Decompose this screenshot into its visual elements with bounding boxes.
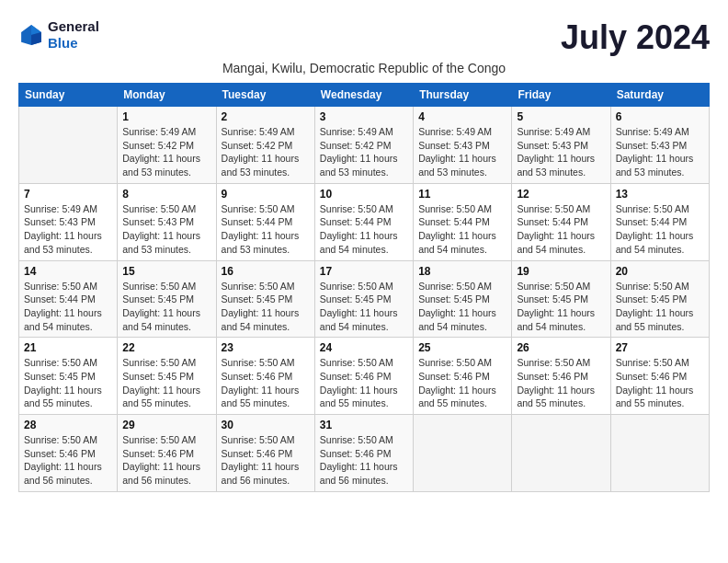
calendar-cell: 26Sunrise: 5:50 AMSunset: 5:46 PMDayligh…: [512, 338, 610, 415]
calendar-cell: 4Sunrise: 5:49 AMSunset: 5:43 PMDaylight…: [414, 107, 512, 184]
day-number: 30: [222, 419, 310, 431]
col-thursday: Thursday: [414, 84, 512, 107]
day-number: 26: [517, 341, 605, 354]
calendar-cell: 14Sunrise: 5:50 AMSunset: 5:44 PMDayligh…: [19, 260, 118, 338]
day-number: 31: [320, 419, 408, 431]
col-tuesday: Tuesday: [216, 84, 314, 107]
calendar-cell: 8Sunrise: 5:50 AMSunset: 5:43 PMDaylight…: [118, 183, 216, 260]
calendar-cell: 25Sunrise: 5:50 AMSunset: 5:46 PMDayligh…: [414, 338, 512, 415]
day-number: 20: [616, 265, 704, 278]
calendar-week-4: 21Sunrise: 5:50 AMSunset: 5:45 PMDayligh…: [19, 338, 710, 415]
calendar-week-2: 7Sunrise: 5:49 AMSunset: 5:43 PMDaylight…: [19, 183, 710, 260]
calendar-cell: 29Sunrise: 5:50 AMSunset: 5:46 PMDayligh…: [118, 415, 216, 492]
day-number: 5: [517, 110, 605, 123]
day-number: 9: [222, 188, 310, 201]
day-number: 1: [122, 110, 210, 123]
day-info: Sunrise: 5:50 AMSunset: 5:45 PMDaylight:…: [320, 280, 408, 334]
day-info: Sunrise: 5:49 AMSunset: 5:43 PMDaylight:…: [418, 125, 506, 179]
day-info: Sunrise: 5:49 AMSunset: 5:42 PMDaylight:…: [222, 125, 310, 179]
calendar-table: Sunday Monday Tuesday Wednesday Thursday…: [18, 83, 710, 492]
calendar-cell: [610, 415, 709, 492]
day-number: 7: [24, 188, 112, 201]
day-info: Sunrise: 5:49 AMSunset: 5:43 PMDaylight:…: [517, 125, 605, 179]
day-info: Sunrise: 5:50 AMSunset: 5:43 PMDaylight:…: [122, 202, 210, 257]
day-info: Sunrise: 5:50 AMSunset: 5:46 PMDaylight:…: [320, 433, 408, 488]
day-number: 10: [320, 188, 408, 201]
calendar-cell: 23Sunrise: 5:50 AMSunset: 5:46 PMDayligh…: [216, 338, 314, 415]
calendar-cell: 21Sunrise: 5:50 AMSunset: 5:45 PMDayligh…: [19, 338, 118, 415]
day-number: 21: [24, 341, 112, 354]
day-info: Sunrise: 5:50 AMSunset: 5:45 PMDaylight:…: [222, 280, 310, 334]
calendar-cell: 1Sunrise: 5:49 AMSunset: 5:42 PMDaylight…: [118, 107, 216, 184]
col-wednesday: Wednesday: [314, 84, 413, 107]
day-number: 11: [418, 188, 506, 201]
day-number: 19: [517, 265, 605, 278]
calendar-cell: 24Sunrise: 5:50 AMSunset: 5:46 PMDayligh…: [314, 338, 413, 415]
day-number: 8: [122, 188, 210, 201]
day-info: Sunrise: 5:49 AMSunset: 5:42 PMDaylight:…: [320, 125, 408, 179]
calendar-cell: 15Sunrise: 5:50 AMSunset: 5:45 PMDayligh…: [118, 260, 216, 338]
day-number: 29: [122, 419, 210, 431]
day-number: 28: [24, 419, 112, 431]
day-info: Sunrise: 5:50 AMSunset: 5:45 PMDaylight:…: [24, 356, 112, 410]
day-number: 14: [24, 265, 112, 278]
day-number: 2: [222, 110, 310, 123]
calendar-cell: 27Sunrise: 5:50 AMSunset: 5:46 PMDayligh…: [610, 338, 709, 415]
col-monday: Monday: [118, 84, 216, 107]
calendar-week-1: 1Sunrise: 5:49 AMSunset: 5:42 PMDaylight…: [19, 107, 710, 184]
day-info: Sunrise: 5:50 AMSunset: 5:46 PMDaylight:…: [222, 433, 310, 488]
day-info: Sunrise: 5:50 AMSunset: 5:45 PMDaylight:…: [418, 280, 506, 334]
calendar-cell: [19, 107, 118, 184]
calendar-header-row: Sunday Monday Tuesday Wednesday Thursday…: [19, 84, 710, 107]
day-number: 25: [418, 341, 506, 354]
calendar-cell: 9Sunrise: 5:50 AMSunset: 5:44 PMDaylight…: [216, 183, 314, 260]
calendar-cell: 31Sunrise: 5:50 AMSunset: 5:46 PMDayligh…: [314, 415, 413, 492]
day-info: Sunrise: 5:50 AMSunset: 5:44 PMDaylight:…: [222, 202, 310, 257]
calendar-cell: 30Sunrise: 5:50 AMSunset: 5:46 PMDayligh…: [216, 415, 314, 492]
calendar-cell: 22Sunrise: 5:50 AMSunset: 5:45 PMDayligh…: [118, 338, 216, 415]
day-number: 12: [517, 188, 605, 201]
day-info: Sunrise: 5:50 AMSunset: 5:45 PMDaylight:…: [122, 280, 210, 334]
day-info: Sunrise: 5:49 AMSunset: 5:43 PMDaylight:…: [616, 125, 704, 179]
header: General Blue July 2024: [18, 18, 710, 57]
calendar-cell: 12Sunrise: 5:50 AMSunset: 5:44 PMDayligh…: [512, 183, 610, 260]
calendar-cell: 19Sunrise: 5:50 AMSunset: 5:45 PMDayligh…: [512, 260, 610, 338]
day-info: Sunrise: 5:50 AMSunset: 5:44 PMDaylight:…: [418, 202, 506, 257]
day-info: Sunrise: 5:50 AMSunset: 5:44 PMDaylight:…: [320, 202, 408, 257]
calendar-cell: [414, 415, 512, 492]
calendar-cell: 20Sunrise: 5:50 AMSunset: 5:45 PMDayligh…: [610, 260, 709, 338]
day-info: Sunrise: 5:50 AMSunset: 5:44 PMDaylight:…: [517, 202, 605, 257]
day-number: 22: [122, 341, 210, 354]
day-info: Sunrise: 5:50 AMSunset: 5:46 PMDaylight:…: [418, 356, 506, 410]
calendar-cell: 28Sunrise: 5:50 AMSunset: 5:46 PMDayligh…: [19, 415, 118, 492]
day-info: Sunrise: 5:50 AMSunset: 5:46 PMDaylight:…: [517, 356, 605, 410]
day-info: Sunrise: 5:50 AMSunset: 5:46 PMDaylight:…: [222, 356, 310, 410]
calendar-cell: 18Sunrise: 5:50 AMSunset: 5:45 PMDayligh…: [414, 260, 512, 338]
day-info: Sunrise: 5:50 AMSunset: 5:44 PMDaylight:…: [616, 202, 704, 257]
calendar-cell: 5Sunrise: 5:49 AMSunset: 5:43 PMDaylight…: [512, 107, 610, 184]
day-number: 16: [222, 265, 310, 278]
day-info: Sunrise: 5:50 AMSunset: 5:45 PMDaylight:…: [122, 356, 210, 410]
calendar-cell: 17Sunrise: 5:50 AMSunset: 5:45 PMDayligh…: [314, 260, 413, 338]
day-info: Sunrise: 5:49 AMSunset: 5:43 PMDaylight:…: [24, 202, 112, 257]
day-info: Sunrise: 5:50 AMSunset: 5:46 PMDaylight:…: [24, 433, 112, 488]
day-number: 27: [616, 341, 704, 354]
day-number: 24: [320, 341, 408, 354]
calendar-week-3: 14Sunrise: 5:50 AMSunset: 5:44 PMDayligh…: [19, 260, 710, 338]
day-number: 4: [418, 110, 506, 123]
col-sunday: Sunday: [19, 84, 118, 107]
calendar-cell: 13Sunrise: 5:50 AMSunset: 5:44 PMDayligh…: [610, 183, 709, 260]
day-number: 23: [222, 341, 310, 354]
day-number: 15: [122, 265, 210, 278]
day-number: 3: [320, 110, 408, 123]
logo-text: General Blue: [48, 18, 99, 52]
col-friday: Friday: [512, 84, 610, 107]
day-number: 18: [418, 265, 506, 278]
calendar-cell: 7Sunrise: 5:49 AMSunset: 5:43 PMDaylight…: [19, 183, 118, 260]
day-info: Sunrise: 5:49 AMSunset: 5:42 PMDaylight:…: [122, 125, 210, 179]
day-info: Sunrise: 5:50 AMSunset: 5:46 PMDaylight:…: [122, 433, 210, 488]
day-number: 13: [616, 188, 704, 201]
calendar-cell: 6Sunrise: 5:49 AMSunset: 5:43 PMDaylight…: [610, 107, 709, 184]
day-number: 17: [320, 265, 408, 278]
calendar-cell: 2Sunrise: 5:49 AMSunset: 5:42 PMDaylight…: [216, 107, 314, 184]
